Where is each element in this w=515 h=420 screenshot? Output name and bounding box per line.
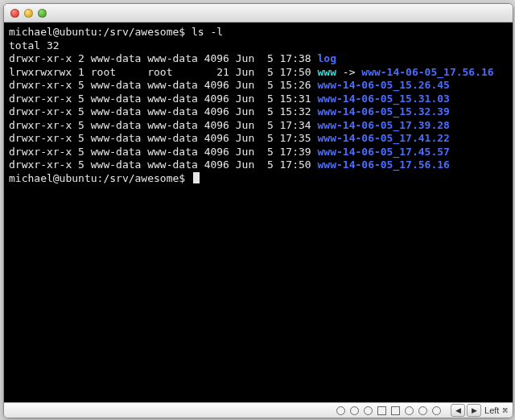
- total-line: total 32: [9, 39, 508, 53]
- status-square-icon: [391, 406, 400, 415]
- ls-entry-meta: drwxr-xr-x 5 www-data www-data 4096 Jun …: [9, 105, 318, 117]
- status-dot-icon: [364, 406, 373, 415]
- ls-link-arrow: ->: [336, 66, 361, 78]
- ls-entry: lrwxrwxrwx 1 root root 21 Jun 5 17:50 ww…: [9, 66, 508, 80]
- terminal-output[interactable]: michael@ubuntu:/srv/awesome$ ls -ltotal …: [4, 23, 513, 402]
- ls-entry-name: www-14-06-05_17.41.22: [318, 132, 450, 144]
- ls-entry-name: www-14-06-05_17.39.28: [318, 119, 450, 131]
- ls-entry-name: www-14-06-05_17.45.57: [318, 146, 450, 158]
- shell-prompt: michael@ubuntu:/srv/awesome$: [9, 26, 192, 38]
- ls-entry-name: www-14-06-05_15.31.03: [318, 93, 450, 105]
- status-icons: [336, 406, 441, 415]
- ls-link-target: www-14-06-05_17.56.16: [361, 66, 493, 78]
- terminal-window: michael@ubuntu:/srv/awesome$ ls -ltotal …: [3, 3, 513, 418]
- pane-label: Left: [484, 406, 499, 415]
- status-dot-icon: [418, 406, 427, 415]
- ls-entry: drwxr-xr-x 5 www-data www-data 4096 Jun …: [9, 105, 508, 119]
- status-square-icon: [377, 406, 386, 415]
- pane-next-button[interactable]: ▶: [467, 404, 481, 417]
- statusbar: ◀ ▶ Left ⌘: [4, 402, 513, 418]
- ls-entry-meta: drwxr-xr-x 5 www-data www-data 4096 Jun …: [9, 146, 318, 158]
- shell-prompt: michael@ubuntu:/srv/awesome$: [9, 172, 192, 184]
- ls-entry-name: www-14-06-05_15.32.39: [318, 105, 450, 117]
- ls-entry-name: www-14-06-05_17.56.16: [318, 159, 450, 171]
- ls-entry: drwxr-xr-x 5 www-data www-data 4096 Jun …: [9, 93, 508, 106]
- cursor-icon: [193, 172, 200, 183]
- traffic-lights: [10, 9, 47, 18]
- ls-entry: drwxr-xr-x 5 www-data www-data 4096 Jun …: [9, 132, 508, 146]
- ls-entry-meta: drwxr-xr-x 5 www-data www-data 4096 Jun …: [9, 119, 318, 131]
- ls-entry-meta: drwxr-xr-x 2 www-data www-data 4096 Jun …: [9, 52, 318, 64]
- command-text: ls -l: [192, 26, 223, 38]
- ls-entry-name: log: [318, 52, 336, 64]
- status-dot-icon: [336, 406, 345, 415]
- ls-entry-meta: lrwxrwxrwx 1 root root 21 Jun 5 17:50: [9, 66, 318, 78]
- ls-entry: drwxr-xr-x 5 www-data www-data 4096 Jun …: [9, 159, 508, 172]
- terminal-line: michael@ubuntu:/srv/awesome$ ls -l: [9, 26, 508, 39]
- status-dot-icon: [405, 406, 414, 415]
- ls-entry-meta: drwxr-xr-x 5 www-data www-data 4096 Jun …: [9, 93, 318, 105]
- ls-entry-meta: drwxr-xr-x 5 www-data www-data 4096 Jun …: [9, 132, 318, 144]
- ls-entry: drwxr-xr-x 5 www-data www-data 4096 Jun …: [9, 79, 508, 93]
- ls-entry-name: www-14-06-05_15.26.45: [318, 79, 450, 91]
- status-dot-icon: [350, 406, 359, 415]
- minimize-icon[interactable]: [24, 9, 33, 18]
- ls-entry: drwxr-xr-x 5 www-data www-data 4096 Jun …: [9, 146, 508, 159]
- titlebar: [4, 4, 513, 23]
- ls-entry-meta: drwxr-xr-x 5 www-data www-data 4096 Jun …: [9, 79, 318, 91]
- close-icon[interactable]: [10, 9, 19, 18]
- terminal-line: michael@ubuntu:/srv/awesome$: [9, 172, 508, 186]
- ls-entry-name: www: [318, 66, 336, 78]
- command-key-icon: ⌘: [502, 406, 508, 416]
- ls-entry-meta: drwxr-xr-x 5 www-data www-data 4096 Jun …: [9, 159, 318, 171]
- ls-entry: drwxr-xr-x 5 www-data www-data 4096 Jun …: [9, 119, 508, 133]
- pane-prev-button[interactable]: ◀: [451, 404, 465, 417]
- status-dot-icon: [432, 406, 441, 415]
- ls-entry: drwxr-xr-x 2 www-data www-data 4096 Jun …: [9, 52, 508, 66]
- zoom-icon[interactable]: [38, 9, 47, 18]
